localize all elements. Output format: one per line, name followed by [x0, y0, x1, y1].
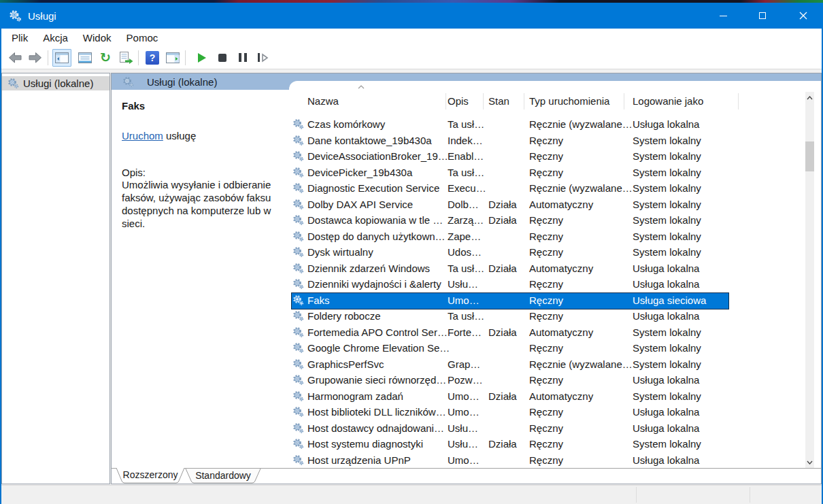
column-divider[interactable] [524, 93, 524, 110]
service-gear-icon [292, 182, 304, 194]
service-row[interactable]: Google Chrome Elevation Se… Ręczny Syste… [291, 340, 805, 356]
service-row[interactable]: Foldery robocze Ta usł… Ręczny Usługa lo… [291, 308, 805, 324]
service-logon-cell: Usługa lokalna [633, 276, 699, 292]
stop-service-button[interactable] [213, 49, 232, 67]
service-row[interactable]: Host biblioteki DLL liczników… Umo… Ręcz… [291, 404, 805, 420]
pause-service-button[interactable] [233, 49, 252, 67]
service-logon-cell: System lokalny [633, 197, 701, 213]
menu-widok[interactable]: Widok [75, 30, 119, 46]
menu-plik[interactable]: Plik [4, 30, 35, 46]
service-status-cell: Działa [488, 436, 517, 452]
service-description-cell: Usłu… [448, 436, 478, 452]
column-header-stan[interactable]: Stan [488, 95, 509, 113]
service-startup-type-cell: Ręczny [529, 436, 563, 452]
maximize-button[interactable] [747, 3, 778, 29]
service-gear-icon [292, 422, 304, 434]
service-row[interactable]: Dziennik zdarzeń Windows Ta usł… Działa … [291, 261, 805, 277]
service-row[interactable]: Host urządzenia UPnP Umo… Ręczny Usługa … [291, 452, 805, 469]
menu-pomoc[interactable]: Pomoc [119, 30, 166, 46]
service-startup-type-cell: Ręczny [529, 404, 563, 420]
service-row[interactable]: Dolby DAX API Service Dolb… Działa Autom… [291, 197, 805, 213]
service-name-cell: Dostęp do danych użytkown… [307, 229, 446, 245]
service-description-cell: Ta usł… [448, 116, 484, 133]
service-row[interactable]: Diagnostic Execution Service Execu… Ręcz… [291, 180, 805, 197]
tab-rozszerzony[interactable]: Rozszerzony [116, 468, 185, 484]
vertical-scrollbar[interactable] [805, 92, 814, 468]
column-divider[interactable] [483, 93, 484, 110]
service-gear-icon [292, 454, 304, 466]
back-icon [7, 52, 22, 64]
service-name-cell: DevicePicker_19b430a [307, 165, 412, 181]
show-action-pane-button[interactable] [163, 49, 182, 67]
service-row[interactable]: Dzienniki wydajności i &alerty Usłu… Ręc… [291, 276, 805, 292]
console-tree-icon [55, 52, 69, 63]
service-row[interactable]: Czas komórkowy Ta usł… Ręcznie (wyzwalan… [291, 116, 805, 133]
minimize-button[interactable] [707, 3, 739, 29]
service-row[interactable]: Faks Umo… Ręczny Usługa sieciowa [291, 292, 805, 309]
service-row[interactable]: Dostęp do danych użytkown… Zape… Ręczny … [291, 229, 805, 245]
service-startup-type-cell: Ręcznie (wyzwalane… [529, 180, 633, 197]
service-startup-type-cell: Ręczny [529, 276, 563, 292]
column-divider[interactable] [738, 93, 739, 110]
service-description-cell: Dolb… [448, 197, 479, 213]
status-divider [750, 487, 750, 503]
refresh-button[interactable]: ↻ [96, 49, 115, 67]
service-startup-type-cell: Ręczny [529, 244, 563, 261]
services-list-area: Nazwa Opis Stan Typ uruchomienia Logowan… [289, 81, 821, 468]
service-logon-cell: Usługa lokalna [633, 372, 699, 388]
start-service-button[interactable] [192, 49, 212, 67]
service-logon-cell: System lokalny [633, 165, 701, 181]
service-row[interactable]: Harmonogram zadań Umo… Działa Automatycz… [291, 388, 805, 405]
column-divider[interactable] [446, 93, 446, 110]
service-startup-type-cell: Automatyczny [529, 197, 593, 213]
title-bar: Usługi [0, 3, 823, 29]
close-button[interactable] [788, 3, 819, 29]
tree-item-services-local[interactable]: Usługi (lokalne) [2, 76, 110, 90]
service-row[interactable]: DeviceAssociationBroker_19… Enabl… Ręczn… [291, 148, 805, 165]
export-list-button[interactable] [116, 49, 135, 67]
service-row[interactable]: Grupowanie sieci równorzęd… Pozw… Ręczny… [291, 372, 805, 388]
column-header-nazwa[interactable]: Nazwa [307, 95, 339, 113]
service-row[interactable]: Host dostawcy odnajdowani… Usłu… Ręczny … [291, 420, 805, 437]
scroll-down-arrow[interactable] [805, 458, 814, 467]
service-name-cell: GraphicsPerfSvc [307, 356, 384, 373]
show-console-tree-button[interactable] [52, 49, 71, 67]
scroll-up-arrow[interactable] [805, 93, 814, 102]
help-button[interactable]: ? [143, 49, 162, 67]
service-row[interactable]: GraphicsPerfSvc Grap… Ręcznie (wyzwalane… [291, 356, 805, 373]
column-header-typ-uruchomienia[interactable]: Typ uruchomienia [529, 95, 609, 113]
service-row[interactable]: Dostawca kopiowania w tle … Zarzą… Dział… [291, 212, 805, 229]
column-header-logowanie-jako[interactable]: Logowanie jako [633, 95, 703, 113]
service-status-cell: Działa [488, 388, 517, 405]
column-divider[interactable] [624, 93, 624, 110]
service-name-cell: Dzienniki wydajności i &alerty [307, 276, 441, 292]
service-logon-cell: System lokalny [633, 388, 701, 405]
service-row[interactable]: Fortemedia APO Control Ser… Forte… Dział… [291, 324, 805, 341]
column-header-opis[interactable]: Opis [448, 95, 469, 113]
service-row[interactable]: Host systemu diagnostyki Usłu… Działa Rę… [291, 436, 805, 452]
restart-icon [258, 53, 269, 63]
service-startup-type-cell: Ręcznie (wyzwalane… [529, 116, 633, 133]
tab-label: Rozszerzony [116, 469, 185, 480]
service-description-cell: Ta usł… [448, 261, 484, 277]
service-row[interactable]: Dysk wirtualny Udos… Ręczny System lokal… [291, 244, 805, 261]
service-description-cell: Udos… [448, 244, 482, 261]
start-service-link[interactable]: Uruchom [122, 130, 163, 141]
back-button[interactable] [5, 49, 24, 67]
scrollbar-thumb[interactable] [805, 141, 814, 171]
service-gear-icon [292, 278, 304, 290]
restart-service-button[interactable] [254, 49, 273, 67]
menu-akcja[interactable]: Akcja [35, 30, 75, 46]
service-row[interactable]: Dane kontaktowe_19b430a Indek… Ręczny Sy… [291, 133, 805, 149]
properties-button[interactable] [75, 49, 95, 67]
properties-icon [78, 52, 92, 63]
service-startup-type-cell: Automatyczny [529, 388, 593, 405]
tab-standardowy[interactable]: Standardowy [185, 469, 261, 484]
service-name-cell: Google Chrome Elevation Se… [307, 340, 450, 356]
service-gear-icon [292, 214, 304, 226]
service-description-cell: Forte… [448, 324, 482, 341]
service-description-cell: Enabl… [448, 148, 484, 165]
pause-icon [239, 53, 247, 62]
service-row[interactable]: DevicePicker_19b430a Ta usł… Ręczny Syst… [291, 165, 805, 181]
forward-button[interactable] [26, 49, 45, 67]
